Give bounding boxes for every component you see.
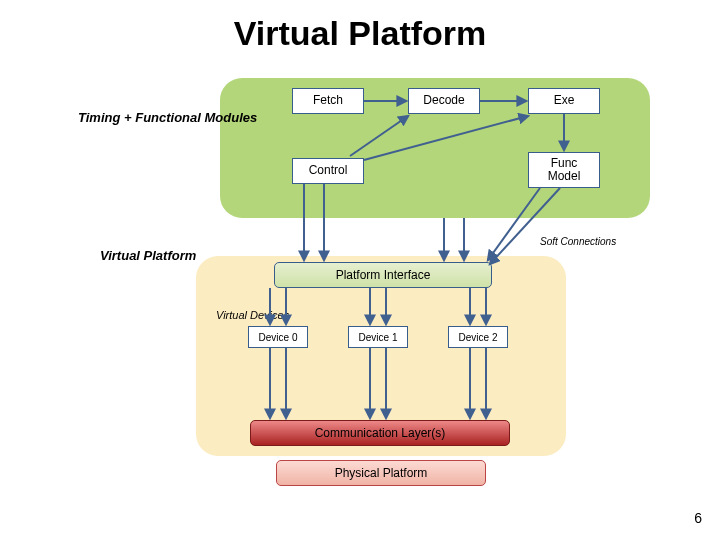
func-model-box: FuncModel [528,152,600,188]
decode-box: Decode [408,88,480,114]
virtual-devices-label: Virtual Devices [216,309,289,321]
fetch-box: Fetch [292,88,364,114]
control-box: Control [292,158,364,184]
device-0-box: Device 0 [248,326,308,348]
soft-connections-label: Soft Connections [540,236,616,247]
page-number: 6 [694,510,702,526]
page-title: Virtual Platform [0,14,720,53]
platform-interface-box: Platform Interface [274,262,492,288]
exe-box: Exe [528,88,600,114]
physical-platform-box: Physical Platform [276,460,486,486]
device-1-box: Device 1 [348,326,408,348]
device-2-box: Device 2 [448,326,508,348]
timing-functional-label: Timing + Functional Modules [78,110,257,125]
virtual-platform-label: Virtual Platform [100,248,196,263]
communication-layer-box: Communication Layer(s) [250,420,510,446]
